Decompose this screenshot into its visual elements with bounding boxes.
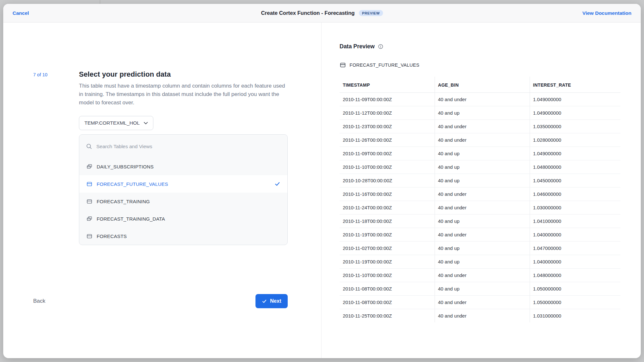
table-cell: 2010-10-28T00:00:00Z xyxy=(340,174,435,187)
table-cell: 2010-11-10T00:00:00Z xyxy=(340,269,435,282)
table-row: 2010-11-08T00:00:00Z40 and under1.050000… xyxy=(340,296,620,309)
table-icon xyxy=(340,62,346,68)
table-cell: 1.031000000 xyxy=(530,309,620,323)
table-row: 2010-11-26T00:00:00Z40 and under1.028000… xyxy=(340,133,620,147)
table-cell: 1.049000000 xyxy=(530,147,620,160)
table-cell: 40 and up xyxy=(435,147,530,160)
table-cell: 1.030000000 xyxy=(530,201,620,214)
table-column-header: INTEREST_RATE xyxy=(530,77,620,93)
back-button[interactable]: Back xyxy=(33,298,45,304)
table-row: 2010-11-10T00:00:00Z40 and under1.048000… xyxy=(340,269,620,282)
table-list-item[interactable]: FORECAST_FUTURE_VALUES xyxy=(79,175,287,193)
table-cell: 2010-11-26T00:00:00Z xyxy=(340,133,435,147)
next-button-label: Next xyxy=(270,298,281,304)
table-cell: 1.050000000 xyxy=(530,282,620,296)
dialog-header: Cancel Create Cortex Function - Forecast… xyxy=(3,4,641,23)
table-list-item[interactable]: FORECAST_TRAINING xyxy=(79,193,287,210)
wizard-panel: 7 of 10 Select your prediction data This… xyxy=(3,23,322,358)
table-icon xyxy=(86,181,92,187)
table-row: 2010-11-18T00:00:00Z40 and up1.041000000 xyxy=(340,214,620,228)
schema-selector-dropdown[interactable]: TEMP.CORTEXML_HOL xyxy=(79,116,153,130)
table-cell: 40 and under xyxy=(435,269,530,282)
table-picker-card: DAILY_SUBSCRIPTIONSFORECAST_FUTURE_VALUE… xyxy=(79,134,288,245)
table-cell: 40 and under xyxy=(435,201,530,214)
table-item-label: FORECASTS xyxy=(97,233,127,239)
view-documentation-link[interactable]: View Documentation xyxy=(582,10,631,16)
table-row: 2010-11-23T00:00:00Z40 and under1.035000… xyxy=(340,120,620,133)
data-preview-panel: Data Preview FORECAST_FUTURE_VALUES TIME… xyxy=(322,23,641,358)
table-row: 2010-10-28T00:00:00Z40 and up1.045000000 xyxy=(340,174,620,187)
table-cell: 2010-11-08T00:00:00Z xyxy=(340,296,435,309)
previewed-table-label: FORECAST_FUTURE_VALUES xyxy=(340,62,641,68)
table-cell: 40 and under xyxy=(435,187,530,201)
table-row: 2010-11-19T00:00:00Z40 and up1.040000000 xyxy=(340,255,620,269)
table-cell: 1.028000000 xyxy=(530,133,620,147)
table-cell: 1.035000000 xyxy=(530,120,620,133)
table-item-label: DAILY_SUBSCRIPTIONS xyxy=(97,164,154,169)
search-row xyxy=(79,135,287,158)
preview-badge: PREVIEW xyxy=(359,10,383,16)
next-button[interactable]: Next xyxy=(255,294,288,308)
table-cell: 40 and under xyxy=(435,93,530,106)
tables-list: DAILY_SUBSCRIPTIONSFORECAST_FUTURE_VALUE… xyxy=(79,158,287,245)
data-preview-table: TIMESTAMPAGE_BININTEREST_RATE 2010-11-09… xyxy=(340,77,620,322)
info-icon[interactable] xyxy=(378,44,383,49)
table-item-label: FORECAST_FUTURE_VALUES xyxy=(97,181,168,187)
table-cell: 40 and up xyxy=(435,214,530,228)
dialog-title-group: Create Cortex Function - Forecasting PRE… xyxy=(3,4,641,22)
table-row: 2010-11-09T00:00:00Z40 and up1.049000000 xyxy=(340,147,620,160)
table-cell: 40 and up xyxy=(435,242,530,255)
table-cell: 1.049000000 xyxy=(530,93,620,106)
table-row: 2010-11-24T00:00:00Z40 and under1.030000… xyxy=(340,201,620,214)
dialog-title: Create Cortex Function - Forecasting xyxy=(261,10,355,16)
table-list-item[interactable]: DAILY_SUBSCRIPTIONS xyxy=(79,158,287,175)
table-item-label: FORECAST_TRAINING xyxy=(97,199,150,204)
table-row: 2010-11-16T00:00:00Z40 and under1.046000… xyxy=(340,187,620,201)
table-row: 2010-11-10T00:00:00Z40 and up1.048000000 xyxy=(340,160,620,174)
cancel-button[interactable]: Cancel xyxy=(13,10,29,16)
previewed-table-name: FORECAST_FUTURE_VALUES xyxy=(350,62,419,68)
table-cell: 2010-11-09T00:00:00Z xyxy=(340,147,435,160)
table-cell: 40 and under xyxy=(435,120,530,133)
table-cell: 40 and up xyxy=(435,106,530,120)
table-cell: 1.046000000 xyxy=(530,187,620,201)
table-icon xyxy=(86,233,92,239)
table-row: 2010-11-12T00:00:00Z40 and up1.049000000 xyxy=(340,106,620,120)
search-tables-input[interactable] xyxy=(96,144,281,149)
table-cell: 2010-11-10T00:00:00Z xyxy=(340,160,435,174)
table-cell: 2010-11-23T00:00:00Z xyxy=(340,120,435,133)
table-cell: 40 and up xyxy=(435,282,530,296)
table-list-item[interactable]: FORECASTS xyxy=(79,227,287,245)
table-list-item[interactable]: FORECAST_TRAINING_DATA xyxy=(79,210,287,227)
table-cell: 1.049000000 xyxy=(530,106,620,120)
table-cell: 2010-11-19T00:00:00Z xyxy=(340,228,435,242)
table-row: 2010-11-08T00:00:00Z40 and up1.050000000 xyxy=(340,282,620,296)
search-icon xyxy=(86,143,92,149)
view-icon xyxy=(86,216,92,222)
table-cell: 2010-11-16T00:00:00Z xyxy=(340,187,435,201)
table-cell: 1.040000000 xyxy=(530,228,620,242)
table-row: 2010-11-25T00:00:00Z40 and under1.031000… xyxy=(340,309,620,323)
background-app-divider xyxy=(100,0,100,4)
table-cell: 40 and under xyxy=(435,296,530,309)
create-cortex-function-dialog: Cancel Create Cortex Function - Forecast… xyxy=(3,4,641,358)
table-cell: 40 and under xyxy=(435,228,530,242)
step-indicator: 7 of 10 xyxy=(33,70,79,245)
table-item-label: FORECAST_TRAINING_DATA xyxy=(97,216,165,222)
page-description: This table must have a timestamp column … xyxy=(79,82,290,107)
table-header-row: TIMESTAMPAGE_BININTEREST_RATE xyxy=(340,77,620,93)
table-cell: 1.048000000 xyxy=(530,269,620,282)
table-row: 2010-11-19T00:00:00Z40 and under1.040000… xyxy=(340,228,620,242)
page-title: Select your prediction data xyxy=(79,70,288,79)
table-row: 2010-11-09T00:00:00Z40 and under1.049000… xyxy=(340,93,620,106)
table-cell: 2010-11-12T00:00:00Z xyxy=(340,106,435,120)
table-cell: 2010-11-25T00:00:00Z xyxy=(340,309,435,323)
table-cell: 40 and up xyxy=(435,160,530,174)
data-preview-title: Data Preview xyxy=(340,43,375,50)
table-cell: 1.050000000 xyxy=(530,296,620,309)
table-cell: 40 and up xyxy=(435,255,530,269)
chevron-down-icon xyxy=(144,122,148,125)
selected-check-icon xyxy=(274,181,280,187)
table-column-header: TIMESTAMP xyxy=(340,77,435,93)
table-cell: 2010-11-02T00:00:00Z xyxy=(340,242,435,255)
